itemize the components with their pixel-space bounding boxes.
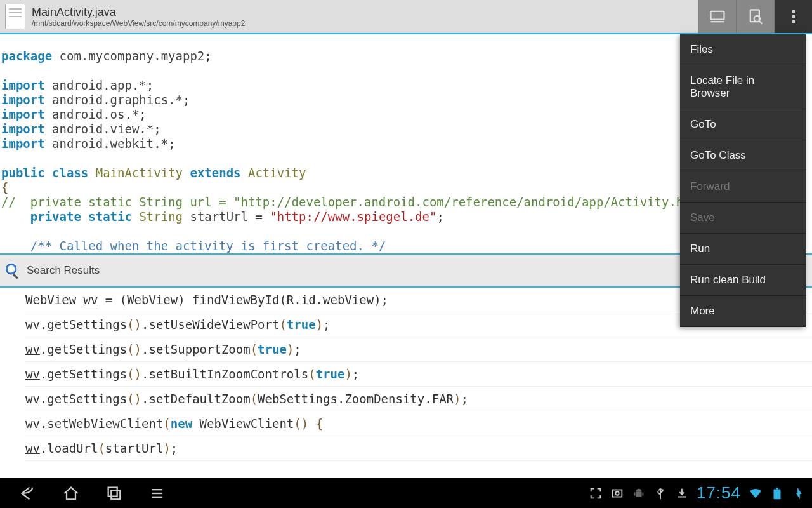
result-row[interactable]: wv.getSettings().setDefaultZoom(WebSetti… [25,387,812,411]
import-4: android.webkit.* [45,137,168,150]
svg-line-4 [759,21,762,24]
search-icon [4,262,22,279]
kw-import: import [1,122,45,136]
import-2: android.os.* [45,107,140,121]
semi: ; [204,49,211,63]
usb-icon[interactable] [653,486,667,500]
menu-locate-file[interactable]: Locate File in Browser [680,65,806,109]
menu-save: Save [680,203,806,234]
result-row[interactable]: wv.loadUrl(startUrl); [25,436,812,461]
import-1: android.graphics.* [45,93,183,107]
svg-point-14 [615,491,619,495]
svg-rect-13 [613,490,622,497]
result-row[interactable]: wv.getSettings().setBuiltInZoomControls(… [25,362,812,387]
download-icon[interactable] [675,486,689,500]
recent-apps-icon[interactable] [105,485,123,502]
menu-goto-class[interactable]: GoTo Class [680,140,806,171]
kw-static: static [88,210,132,224]
battery-icon [770,486,784,500]
home-icon[interactable] [62,485,80,502]
file-name: MainActivity.java [32,6,245,19]
kw-private: private [30,210,81,224]
semi: ; [139,107,146,121]
menu-forward: Forward [680,171,806,203]
semi: ; [168,137,175,150]
kw-extends: extends [190,166,240,180]
title-bar: MainActivity.java /mnt/sdcard/workspace/… [0,0,812,34]
search-results-label: Search Results [27,264,100,277]
semi: ; [147,78,154,92]
kw-import: import [1,93,45,107]
kw-public: public [1,166,45,180]
result-row[interactable]: wv.setWebViewClient(new WebViewClient() … [25,411,812,436]
type-string: String [132,210,190,224]
screenshot-icon[interactable] [610,486,624,500]
search-file-button[interactable] [736,0,774,33]
android-icon[interactable] [632,486,646,500]
file-path: /mnt/sdcard/workspace/WebView/src/com/my… [32,19,245,28]
file-title-area[interactable]: MainActivity.java /mnt/sdcard/workspace/… [32,6,245,28]
overflow-menu: Files Locate File in Browser GoTo GoTo C… [680,34,806,327]
android-nav-bar: 17:54 [0,478,812,508]
action-tabs [698,0,812,33]
kw-class: class [52,166,88,180]
super-name: Activity [241,166,306,180]
svg-rect-15 [636,491,641,497]
semi: ; [183,93,190,107]
svg-point-6 [8,265,15,273]
brace: { [1,180,8,194]
var-starturl: startUrl [190,210,255,224]
status-clock: 17:54 [697,483,741,503]
file-icon [5,4,25,29]
fullscreen-icon[interactable] [589,486,603,500]
svg-rect-17 [642,492,643,496]
import-0: android.app.* [45,78,147,92]
svg-rect-9 [111,490,120,499]
javadoc: /** Called when the activity is first cr… [1,239,386,253]
url-value: "http://www.spiegel.de" [263,210,437,224]
charging-icon [792,486,806,500]
class-name: MainActivity [88,166,190,180]
kw-import: import [1,78,45,92]
device-button[interactable] [698,0,736,33]
kw-import: import [1,107,45,121]
kw-package: package [1,49,52,63]
semi: ; [154,122,160,136]
svg-rect-0 [710,11,724,20]
indent [1,210,30,224]
menu-lines-icon[interactable] [148,485,166,502]
import-3: android.view.* [45,122,154,136]
svg-rect-8 [108,487,117,496]
menu-run[interactable]: Run [680,234,806,265]
semi: ; [436,210,443,224]
svg-rect-7 [13,274,18,279]
svg-rect-16 [634,492,636,496]
kw-import: import [1,137,45,150]
menu-goto[interactable]: GoTo [680,109,806,140]
eq: = [255,210,262,224]
svg-rect-19 [776,487,778,489]
overflow-menu-button[interactable] [774,0,812,33]
result-row[interactable]: wv.getSettings().setSupportZoom(true); [25,337,812,362]
pkg-name: com.mycompany.myapp2 [52,49,204,63]
svg-rect-18 [774,489,781,499]
back-icon[interactable] [19,485,37,502]
menu-run-clean-build[interactable]: Run clean Build [680,265,806,296]
comment-url: // private static String url = "http://d… [1,195,705,209]
menu-files[interactable]: Files [680,34,806,65]
menu-more[interactable]: More [680,296,806,327]
wifi-icon [749,486,763,500]
